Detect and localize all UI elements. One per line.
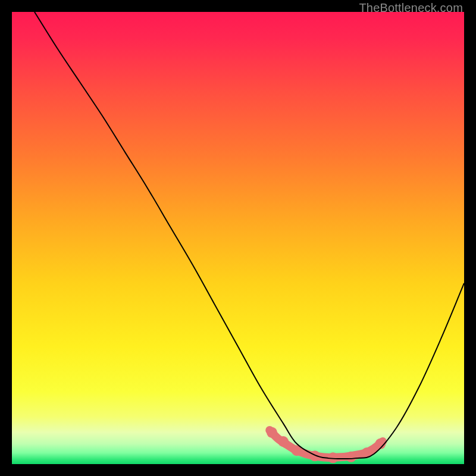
plot-area	[12, 12, 464, 464]
svg-point-2	[278, 436, 289, 447]
bottleneck-curve	[35, 12, 464, 459]
svg-point-6	[346, 452, 356, 462]
chart-frame: TheBottleneck.com	[0, 0, 476, 476]
chart-svg	[12, 12, 464, 464]
svg-point-1	[267, 427, 277, 438]
watermark-text: TheBottleneck.com	[359, 1, 463, 15]
